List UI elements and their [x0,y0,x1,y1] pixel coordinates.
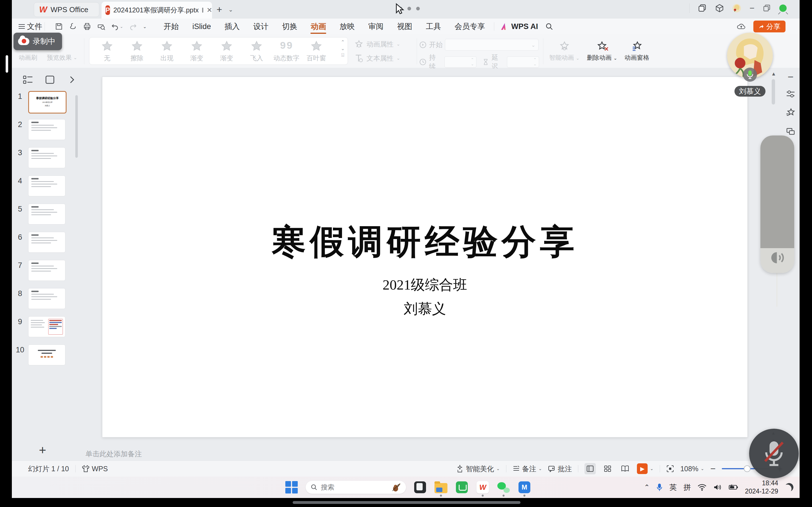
share-button[interactable]: 分享 [753,20,785,33]
export-icon[interactable] [69,22,77,31]
menu-tab-视图[interactable]: 视图 [390,18,419,34]
comments-button[interactable]: 批注 [548,464,572,473]
animation-effect-无[interactable]: 无 [92,40,122,62]
reading-view-button[interactable] [619,463,631,474]
taskview-app-icon[interactable] [413,481,427,494]
save-icon[interactable] [55,22,63,31]
animation-effect-出现[interactable]: 出现 [152,40,182,62]
user-avatar[interactable] [732,4,741,12]
delay-input[interactable]: ⌃⌄ [507,56,539,68]
tab-list-dropdown-icon[interactable]: ⌄ [229,6,233,13]
menu-tab-开始[interactable]: 开始 [157,18,186,34]
menu-tab-工具[interactable]: 工具 [419,18,448,34]
normal-view-button[interactable] [585,463,596,474]
slide-thumbnail-preview[interactable] [28,232,65,252]
notes-button[interactable]: 备注⌄ [513,464,542,473]
camera-mic-active-icon[interactable] [743,68,757,82]
slide-sorter-view-button[interactable] [602,463,613,474]
menu-tab-会员专享[interactable]: 会员专享 [448,18,492,34]
zoom-slider[interactable] [722,468,758,469]
menu-tab-审阅[interactable]: 审阅 [361,18,390,34]
main-scrollbar-thumb[interactable] [772,79,775,105]
wps-ai-button[interactable]: WPS AI [497,22,543,31]
tray-clock[interactable]: 18:44 2024-12-29 [745,479,778,496]
scroll-up-icon[interactable]: ▲ [771,71,776,76]
quickbar-more-icon[interactable]: ⌄ [143,24,147,29]
slide-thumbnail-10[interactable]: 10 [12,344,77,365]
menu-tab-切换[interactable]: 切换 [275,18,304,34]
mic-muted-button[interactable] [749,429,799,478]
slide-thumbnail-preview[interactable] [28,344,65,365]
panel-expand-icon[interactable] [67,75,77,84]
meeting-app-icon[interactable]: M [518,481,531,494]
slide-thumbnail-1[interactable]: 1寒假调研经验分享2021级综合班刘慕义 [12,91,77,114]
wechat-app-icon[interactable] [497,481,510,494]
animation-effect-渐变[interactable]: 渐变 [212,40,242,62]
undo-dropdown-icon[interactable]: ⌄ [120,24,123,29]
print-preview-icon[interactable] [97,22,105,31]
wps-home-tab[interactable]: W WPS Office [34,2,99,17]
volume-overlay-panel[interactable] [760,135,794,273]
side-windows-icon[interactable] [786,127,795,136]
volume-icon[interactable] [713,484,722,491]
panel-scrollbar-thumb[interactable] [75,95,78,158]
edge-handle[interactable] [6,55,8,73]
animation-effect-擦除[interactable]: 擦除 [122,40,152,62]
thumbnail-view-icon[interactable] [45,75,55,84]
slide-thumbnail-preview[interactable] [28,204,65,224]
cloud-sync-icon[interactable] [737,22,746,31]
outline-view-icon[interactable] [23,75,33,84]
slide-thumbnail-8[interactable]: 8 [12,288,77,309]
slide-thumbnail-preview[interactable] [28,175,65,196]
notes-placeholder[interactable]: 单击此处添加备注 [86,449,142,459]
animation-pane-button[interactable]: 动画窗格 [624,41,649,62]
slide-thumbnail-preview[interactable] [28,147,65,168]
menu-tab-iSlide[interactable]: iSlide [186,18,218,34]
menu-tab-放映[interactable]: 放映 [333,18,361,34]
volume-overlay-track[interactable] [760,135,794,248]
slide-thumbnail-3[interactable]: 3 [12,147,77,168]
duration-input[interactable]: ⌃⌄ [444,56,476,68]
slide-thumbnail-4[interactable]: 4 [12,175,77,196]
zoom-slider-thumb[interactable] [744,465,751,472]
slide-subtitle-class[interactable]: 2021级综合班 [102,276,748,294]
start-button[interactable] [285,481,298,494]
tab-preview-icon[interactable] [202,8,203,13]
document-tab[interactable]: P 20241201寒假调研分享.pptx ✕ [101,2,212,18]
play-slideshow-button[interactable]: ▶⌄ [637,463,654,474]
new-tab-button[interactable]: + [216,4,222,15]
side-settings-icon[interactable] [786,89,795,99]
redo-icon[interactable] [130,23,137,30]
start-dropdown[interactable]: ⌄ [445,39,539,51]
menu-tab-动画[interactable]: 动画 [304,18,333,34]
smart-beautify-button[interactable]: 智能美化⌄ [456,464,500,473]
store-app-icon[interactable] [455,481,469,494]
menu-tab-设计[interactable]: 设计 [246,18,275,34]
animation-effect-百叶窗[interactable]: 百叶窗 [301,40,331,62]
battery-icon[interactable] [728,484,738,491]
gallery-down-icon[interactable]: ⌄ [341,46,345,51]
zoom-level[interactable]: 108%⌄ [680,465,704,473]
slide-canvas[interactable]: 寒假调研经验分享 2021级综合班 刘慕义 [102,76,748,438]
panel-scrollbar[interactable] [75,91,78,452]
delete-animation-button[interactable]: ✕ 删除动画 ⌄ [587,41,617,62]
slide-thumbnail-preview[interactable] [28,119,65,140]
restore-button[interactable] [763,4,771,12]
slide-thumbnail-9[interactable]: 9 [12,316,77,337]
ime-language[interactable]: 英 [669,483,677,492]
add-slide-button[interactable]: + [39,443,46,457]
gallery-up-icon[interactable]: ⌃ [341,40,345,45]
tray-expand-icon[interactable]: ⌃ [644,483,650,491]
zoom-out-button[interactable]: − [710,464,716,474]
slide-thumbnail-7[interactable]: 7 [12,260,77,281]
gallery-expand-icon[interactable]: ⍗ [342,53,344,57]
wifi-icon[interactable] [698,484,707,491]
slide-thumbnail-preview[interactable] [28,260,65,281]
wps-app-icon[interactable]: W [476,481,490,494]
minimize-button[interactable]: − [749,3,755,13]
close-button[interactable] [779,4,786,12]
text-properties-button[interactable]: 文本属性⌄ [354,54,410,63]
animation-effect-渐变[interactable]: 渐变 [182,40,212,62]
slide-thumbnail-preview[interactable] [28,316,65,337]
close-tab-icon[interactable]: ✕ [207,6,212,14]
